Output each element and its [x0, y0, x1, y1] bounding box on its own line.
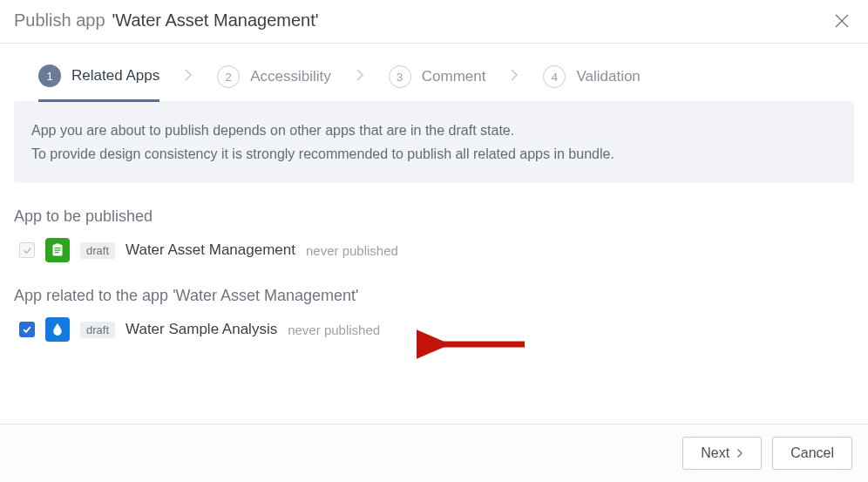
- step-number: 3: [389, 65, 411, 88]
- publish-app-dialog: Publish app 'Water Asset Management' 1 R…: [0, 0, 868, 482]
- step-comment[interactable]: 3 Comment: [389, 65, 486, 100]
- chevron-right-icon: [338, 68, 382, 98]
- app-icon-water: [45, 317, 70, 342]
- app-row-related: draft Water Sample Analysis never publis…: [14, 317, 854, 342]
- chevron-right-icon: [736, 448, 743, 458]
- checkbox-related[interactable]: [19, 322, 35, 337]
- step-label: Related Apps: [71, 67, 159, 85]
- check-icon: [23, 246, 32, 255]
- clipboard-icon: [50, 242, 65, 258]
- check-icon: [22, 324, 32, 335]
- step-number: 4: [543, 65, 566, 88]
- app-icon-clipboard: [45, 238, 70, 262]
- info-banner: App you are about to publish depends on …: [14, 101, 854, 183]
- app-row-main: draft Water Asset Management never publi…: [14, 238, 854, 262]
- dialog-content: 1 Related Apps 2 Accessibility 3 Comment: [0, 44, 868, 424]
- svg-rect-3: [55, 250, 61, 251]
- draft-badge: draft: [80, 242, 115, 259]
- checkbox-disabled: [19, 242, 35, 258]
- app-name: Water Sample Analysis: [125, 321, 277, 338]
- dialog-header: Publish app 'Water Asset Management': [0, 0, 868, 44]
- section-heading-related: App related to the app 'Water Asset Mana…: [14, 287, 854, 305]
- step-label: Comment: [422, 68, 486, 85]
- chevron-right-icon: [166, 68, 210, 98]
- section-heading-publish: App to be published: [14, 207, 854, 226]
- svg-rect-2: [55, 248, 61, 248]
- step-number: 2: [217, 65, 240, 88]
- step-related-apps[interactable]: 1 Related Apps: [38, 64, 159, 102]
- step-accessibility[interactable]: 2 Accessibility: [217, 65, 331, 100]
- dialog-title-prefix: Publish app: [14, 10, 105, 31]
- publish-status: never published: [288, 322, 380, 337]
- wizard-stepper: 1 Related Apps 2 Accessibility 3 Comment: [14, 44, 854, 101]
- cancel-label: Cancel: [790, 445, 834, 461]
- close-icon: [833, 12, 851, 30]
- step-number: 1: [38, 64, 61, 87]
- info-line: To provide design consistency it is stro…: [31, 142, 837, 166]
- next-label: Next: [701, 445, 729, 461]
- draft-badge: draft: [80, 322, 115, 338]
- svg-rect-1: [56, 244, 60, 247]
- dialog-title-app: 'Water Asset Management': [112, 10, 319, 31]
- info-line: App you are about to publish depends on …: [31, 119, 837, 142]
- next-button[interactable]: Next: [682, 437, 762, 470]
- chevron-right-icon: [492, 68, 536, 98]
- close-button[interactable]: [833, 12, 851, 30]
- app-name: Water Asset Management: [125, 241, 295, 259]
- dialog-footer: Next Cancel: [0, 424, 868, 482]
- publish-status: never published: [306, 243, 398, 258]
- cancel-button[interactable]: Cancel: [772, 437, 852, 470]
- step-validation[interactable]: 4 Validation: [543, 65, 640, 100]
- step-label: Accessibility: [250, 68, 331, 85]
- step-label: Validation: [576, 68, 640, 85]
- svg-rect-4: [55, 252, 59, 253]
- drop-icon: [50, 322, 65, 337]
